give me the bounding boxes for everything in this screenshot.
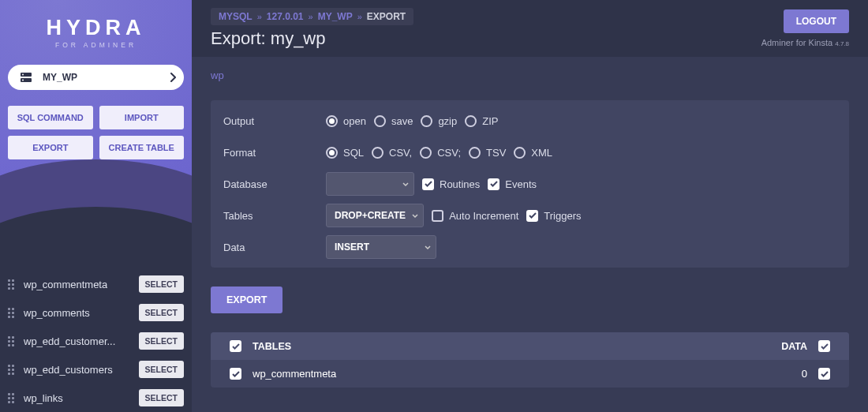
output-radio[interactable]: ZIP: [465, 115, 498, 127]
sidebar-table-row: wp_edd_customers SELECT: [8, 355, 184, 384]
format-option-label: CSV;: [437, 147, 461, 159]
context-link[interactable]: wp: [211, 69, 224, 81]
output-radio[interactable]: gzip: [421, 115, 457, 127]
output-option-label: save: [391, 115, 413, 127]
svg-point-2: [22, 74, 24, 76]
crumb-current: EXPORT: [367, 11, 406, 22]
events-label: Events: [505, 178, 537, 190]
sidebar-table-list: wp_commentmeta SELECT wp_comments SELECT…: [0, 270, 192, 412]
logo-sub: FOR ADMINER: [0, 41, 192, 49]
sql-command-button[interactable]: SQL COMMAND: [8, 106, 93, 129]
format-radio[interactable]: CSV;: [420, 147, 461, 159]
routines-label: Routines: [440, 178, 480, 190]
crumb-mysql[interactable]: MYSQL: [219, 11, 253, 22]
chevron-down-icon: [412, 210, 418, 221]
sidebar-table-row: wp_links SELECT: [8, 384, 184, 412]
table-name[interactable]: wp_comments: [24, 307, 90, 319]
data-label: Data: [223, 242, 326, 253]
tables-label: Tables: [223, 210, 326, 222]
table-row-name: wp_commentmeta: [253, 368, 336, 380]
main: MYSQL » 127.0.01 » MY_WP » EXPORT Export…: [192, 0, 868, 412]
triggers-checkbox[interactable]: Triggers: [526, 210, 581, 222]
data-select-value: INSERT: [335, 242, 369, 253]
select-button[interactable]: SELECT: [139, 361, 184, 378]
table-row-data-checkbox[interactable]: [818, 368, 830, 380]
row-database: Database Routines Events: [211, 168, 849, 200]
output-radio[interactable]: open: [326, 115, 366, 127]
table-row-data: 0: [802, 368, 807, 380]
output-radio[interactable]: save: [374, 115, 413, 127]
format-radio[interactable]: CSV,: [372, 147, 412, 159]
select-button[interactable]: SELECT: [139, 389, 184, 406]
format-option-label: CSV,: [389, 147, 412, 159]
routines-checkbox[interactable]: Routines: [422, 178, 480, 190]
crumb-sep: »: [309, 12, 313, 21]
table-name[interactable]: wp_commentmeta: [24, 279, 107, 290]
import-button[interactable]: IMPORT: [99, 106, 185, 129]
export-button-side[interactable]: EXPORT: [8, 136, 93, 159]
data-select[interactable]: INSERT: [326, 235, 436, 259]
select-button[interactable]: SELECT: [139, 304, 184, 321]
drag-handle-icon[interactable]: [8, 308, 17, 318]
table-name[interactable]: wp_edd_customers: [24, 364, 113, 376]
tables-select[interactable]: DROP+CREATE: [326, 204, 424, 227]
data-head-label: DATA: [781, 341, 807, 352]
row-tables: Tables DROP+CREATE Auto Increment: [211, 200, 849, 231]
sidebar-table-row: wp_commentmeta SELECT: [8, 270, 184, 298]
data-master-checkbox[interactable]: [818, 340, 830, 352]
table-row-checkbox[interactable]: [230, 368, 241, 380]
chevron-down-icon: [425, 242, 431, 253]
footer-brand-text: Adminer for Kinsta: [761, 38, 832, 47]
autoincrement-checkbox[interactable]: Auto Increment: [432, 210, 518, 222]
sidebar: HYDRA FOR ADMINER MY_WP SQL COMMAND IMPO…: [0, 0, 192, 412]
chevron-down-icon: [402, 178, 409, 189]
breadcrumb: MYSQL » 127.0.01 » MY_WP » EXPORT: [211, 8, 413, 25]
page-title: Export: my_wp: [211, 28, 413, 49]
export-submit-button[interactable]: EXPORT: [211, 287, 282, 313]
select-button[interactable]: SELECT: [139, 332, 184, 350]
crumb-database[interactable]: MY_WP: [318, 11, 353, 22]
sidebar-actions: SQL COMMAND IMPORT EXPORT CREATE TABLE: [8, 106, 184, 159]
sidebar-table-row: wp_comments SELECT: [8, 298, 184, 327]
row-format: Format SQLCSV,CSV;TSVXML: [211, 137, 849, 168]
format-option-label: XML: [531, 147, 552, 159]
drag-handle-icon[interactable]: [8, 336, 17, 346]
logo: HYDRA FOR ADMINER: [0, 0, 192, 62]
database-selector[interactable]: MY_WP: [8, 65, 184, 90]
row-data: Data INSERT: [211, 231, 849, 263]
output-option-label: gzip: [438, 115, 457, 127]
tables-master-checkbox[interactable]: [230, 340, 241, 352]
logout-button[interactable]: LOGOUT: [784, 9, 849, 33]
content: wp Output opensavegzipZIP Format SQLCSV,…: [192, 57, 868, 412]
logo-main: HYDRA: [0, 16, 192, 40]
crumb-sep: »: [257, 12, 262, 21]
table-name[interactable]: wp_links: [24, 392, 63, 404]
sidebar-table-row: wp_edd_customer... SELECT: [8, 327, 184, 355]
database-name: MY_WP: [43, 72, 77, 83]
format-radio[interactable]: XML: [514, 147, 552, 159]
tables-select-value: DROP+CREATE: [335, 210, 406, 221]
output-option-label: ZIP: [482, 115, 498, 127]
row-output: Output opensavegzipZIP: [211, 105, 849, 137]
select-button[interactable]: SELECT: [139, 275, 184, 293]
drag-handle-icon[interactable]: [8, 279, 17, 290]
drag-handle-icon[interactable]: [8, 365, 17, 375]
output-option-label: open: [343, 115, 366, 127]
tables-section: TABLES DATA wp_commentmeta 0: [211, 332, 849, 388]
crumb-host[interactable]: 127.0.01: [267, 11, 304, 22]
drag-handle-icon[interactable]: [8, 393, 17, 403]
format-radio[interactable]: TSV: [469, 147, 506, 159]
tables-section-head: TABLES DATA: [211, 332, 849, 360]
table-name[interactable]: wp_edd_customer...: [24, 335, 115, 347]
footer-brand: Adminer for Kinsta 4.7.8: [761, 38, 849, 47]
format-option-label: SQL: [343, 147, 364, 159]
table-row: wp_commentmeta 0: [211, 360, 849, 388]
crumb-sep: »: [357, 12, 362, 21]
events-checkbox[interactable]: Events: [488, 178, 537, 190]
format-radio[interactable]: SQL: [326, 147, 364, 159]
create-table-button[interactable]: CREATE TABLE: [99, 136, 185, 159]
database-select[interactable]: [326, 172, 414, 196]
database-label: Database: [223, 178, 326, 190]
topbar: MYSQL » 127.0.01 » MY_WP » EXPORT Export…: [192, 0, 868, 57]
format-option-label: TSV: [486, 147, 506, 159]
